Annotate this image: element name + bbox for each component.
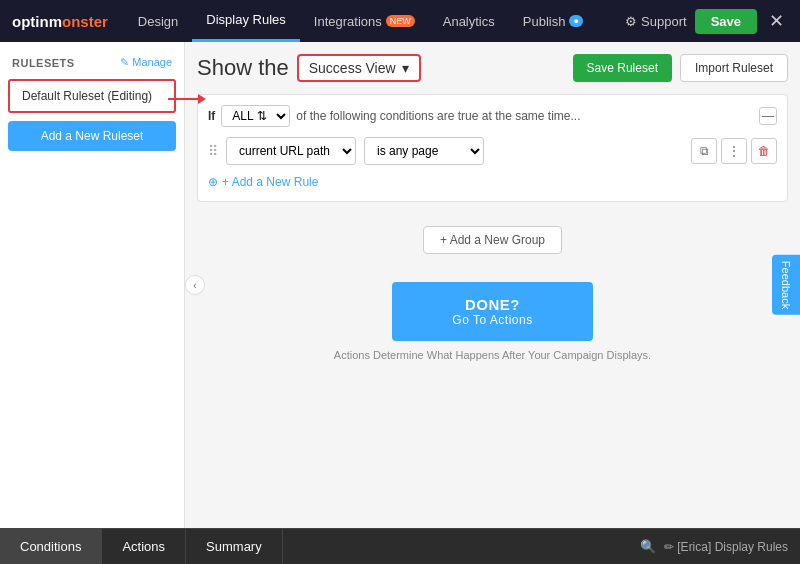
done-line2: Go To Actions [452, 313, 532, 327]
close-button[interactable]: ✕ [765, 10, 788, 32]
nav-items: Design Display Rules Integrations NEW An… [124, 0, 626, 42]
conditions-header: If ALL ⇅ of the following conditions are… [208, 105, 777, 127]
done-line1: DONE? [465, 296, 520, 313]
rule-row: ⠿ current URL path is any page ⧉ ⋮ 🗑 [208, 137, 777, 165]
done-button[interactable]: DONE? Go To Actions [392, 282, 592, 341]
show-label-area: Show the Success View ▾ [197, 54, 421, 82]
publish-badge: ● [569, 15, 582, 27]
rulesets-title: Rulesets [12, 57, 75, 69]
nav-design[interactable]: Design [124, 0, 192, 42]
tab-summary[interactable]: Summary [186, 529, 283, 565]
bottom-bar: Conditions Actions Summary 🔍 ✏ [Erica] D… [0, 528, 800, 564]
done-section: DONE? Go To Actions Actions Determine Wh… [197, 282, 788, 361]
add-rule-icon: ⊕ [208, 175, 218, 189]
search-icon[interactable]: 🔍 [640, 539, 656, 554]
delete-rule-button[interactable]: 🗑 [751, 138, 777, 164]
logo-text: optinmonster [12, 13, 108, 30]
breadcrumb: ✏ [Erica] Display Rules [664, 540, 788, 554]
url-path-select[interactable]: current URL path [226, 137, 356, 165]
nav-publish[interactable]: Publish ● [509, 0, 597, 42]
integrations-badge: NEW [386, 15, 415, 27]
header-actions: Save Ruleset Import Ruleset [573, 54, 788, 82]
content-area: Show the Success View ▾ Save Ruleset Imp… [185, 42, 800, 528]
save-button[interactable]: Save [695, 9, 757, 34]
sidebar: Rulesets ✎ Manage Default Ruleset (Editi… [0, 42, 185, 528]
sidebar-header: Rulesets ✎ Manage [0, 52, 184, 73]
copy-rule-button[interactable]: ⧉ [691, 138, 717, 164]
nav-right: ⚙ Support Save ✕ [625, 9, 788, 34]
logo: optinmonster [12, 13, 108, 30]
more-rule-button[interactable]: ⋮ [721, 138, 747, 164]
support-link[interactable]: ⚙ Support [625, 14, 686, 29]
show-header: Show the Success View ▾ Save Ruleset Imp… [197, 54, 788, 82]
bottom-right: 🔍 ✏ [Erica] Display Rules [640, 539, 800, 554]
nav-display-rules[interactable]: Display Rules [192, 0, 299, 42]
feedback-tab[interactable]: Feedback [772, 255, 800, 315]
tab-actions[interactable]: Actions [102, 529, 186, 565]
rule-actions: ⧉ ⋮ 🗑 [691, 138, 777, 164]
drag-handle[interactable]: ⠿ [208, 143, 218, 159]
arrow-indicator [168, 94, 206, 104]
sidebar-collapse-button[interactable]: ‹ [185, 275, 205, 295]
card-collapse-button[interactable]: — [759, 107, 777, 125]
show-text: Show the [197, 55, 289, 81]
manage-link[interactable]: ✎ Manage [120, 56, 172, 69]
nav-analytics[interactable]: Analytics [429, 0, 509, 42]
top-navigation: optinmonster Design Display Rules Integr… [0, 0, 800, 42]
conditions-card: If ALL ⇅ of the following conditions are… [197, 94, 788, 202]
nav-integrations[interactable]: Integrations NEW [300, 0, 429, 42]
add-group-button[interactable]: + Add a New Group [423, 226, 562, 254]
arrow-line [168, 98, 198, 100]
add-group-center: + Add a New Group [197, 214, 788, 266]
done-description: Actions Determine What Happens After You… [197, 349, 788, 361]
add-rule-link[interactable]: ⊕ + Add a New Rule [208, 173, 777, 191]
default-ruleset[interactable]: Default Ruleset (Editing) [8, 79, 176, 113]
success-view-button[interactable]: Success View ▾ [297, 54, 421, 82]
import-ruleset-button[interactable]: Import Ruleset [680, 54, 788, 82]
condition-select[interactable]: is any page [364, 137, 484, 165]
arrow-head [198, 94, 206, 104]
tab-conditions[interactable]: Conditions [0, 529, 102, 565]
save-ruleset-button[interactable]: Save Ruleset [573, 54, 672, 82]
if-label: If [208, 109, 215, 123]
all-select[interactable]: ALL ⇅ [221, 105, 290, 127]
conditions-text: of the following conditions are true at … [296, 109, 580, 123]
add-ruleset-button[interactable]: Add a New Ruleset [8, 121, 176, 151]
